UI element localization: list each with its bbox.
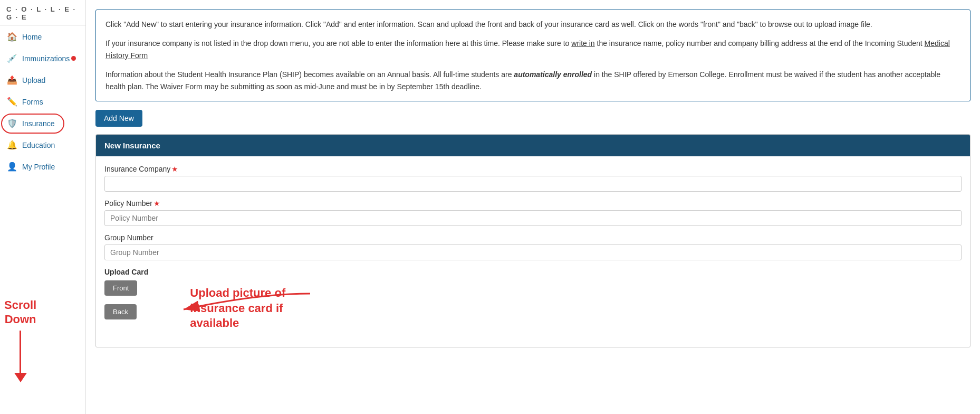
insurance-company-input[interactable]: [104, 176, 962, 192]
main-content: Click "Add New" to start entering your i…: [86, 0, 980, 414]
logo-area: C · O · L · L · E · G · E: [0, 0, 85, 26]
sidebar-item-myprofile-label: My Profile: [22, 163, 55, 171]
group-number-group: Group Number: [104, 233, 962, 260]
group-number-input[interactable]: [104, 244, 962, 260]
group-number-label: Group Number: [104, 233, 962, 242]
sidebar-item-insurance-label: Insurance: [22, 119, 54, 128]
sidebar-item-home[interactable]: 🏠 Home: [0, 26, 85, 48]
policy-number-input[interactable]: [104, 210, 962, 226]
education-icon: 🔔: [6, 140, 18, 150]
italic-auto-enrolled: automatically enrolled: [514, 70, 592, 79]
new-insurance-section: New Insurance Insurance Company★ Policy …: [95, 134, 971, 347]
add-new-button[interactable]: Add New: [95, 110, 142, 127]
upload-card-group: Upload Card Front Back: [104, 268, 962, 331]
sidebar-item-forms[interactable]: ✏️ Forms: [0, 91, 85, 112]
myprofile-icon: 👤: [6, 162, 18, 172]
logo-text: C · O · L · L · E · G · E: [6, 5, 79, 21]
sidebar-item-home-label: Home: [22, 33, 42, 41]
insurance-icon: 🛡️: [6, 118, 18, 128]
scroll-down-annotation: ScrollDown: [4, 298, 36, 382]
info-box: Click "Add New" to start entering your i…: [95, 10, 971, 101]
required-star-company: ★: [171, 165, 178, 173]
required-star-policy: ★: [153, 199, 160, 208]
sidebar-item-education[interactable]: 🔔 Education: [0, 134, 85, 156]
policy-number-group: Policy Number★: [104, 199, 962, 226]
back-button-area: Back: [104, 304, 137, 324]
sidebar: C · O · L · L · E · G · E 🏠 Home 💉 Immun…: [0, 0, 86, 414]
sidebar-item-myprofile[interactable]: 👤 My Profile: [0, 156, 85, 177]
back-upload-button[interactable]: Back: [104, 304, 137, 319]
underline-medical-history: Medical History Form: [105, 39, 950, 59]
sidebar-item-insurance[interactable]: 🛡️ Insurance: [0, 112, 85, 134]
info-paragraph-1: Click "Add New" to start entering your i…: [105, 18, 960, 30]
sidebar-item-immunizations[interactable]: 💉 Immunizations: [0, 48, 85, 69]
sidebar-item-education-label: Education: [22, 141, 55, 149]
info-paragraph-3: Information about the Student Health Ins…: [105, 69, 960, 92]
notification-dot: [71, 56, 76, 61]
scroll-arrow-line: [20, 331, 21, 373]
policy-number-label: Policy Number★: [104, 199, 962, 208]
scroll-down-text: ScrollDown: [4, 298, 36, 326]
upload-card-label: Upload Card: [104, 268, 962, 276]
upload-annotation-text: Upload picture ofinsurance card ifavaila…: [190, 286, 285, 331]
upload-buttons-col: Front Back: [104, 280, 137, 324]
underline-write-in: write in: [571, 39, 594, 48]
insurance-company-group: Insurance Company★: [104, 165, 962, 192]
sidebar-item-forms-label: Forms: [22, 98, 43, 106]
form-body: Insurance Company★ Policy Number★ Group …: [96, 156, 970, 347]
insurance-company-label: Insurance Company★: [104, 165, 962, 173]
upload-annotation-area: Front Back: [104, 280, 962, 331]
forms-icon: ✏️: [6, 97, 18, 107]
sidebar-item-immunizations-label: Immunizations: [22, 54, 70, 63]
scroll-arrow-head: [14, 373, 27, 382]
home-icon: 🏠: [6, 32, 18, 42]
info-paragraph-2: If your insurance company is not listed …: [105, 37, 960, 61]
upload-icon: 📤: [6, 75, 18, 85]
sidebar-item-upload-label: Upload: [22, 76, 45, 84]
sidebar-item-upload[interactable]: 📤 Upload: [0, 69, 85, 91]
immunizations-icon: 💉: [6, 53, 18, 63]
front-upload-button[interactable]: Front: [104, 280, 137, 296]
new-insurance-header: New Insurance: [96, 135, 970, 156]
